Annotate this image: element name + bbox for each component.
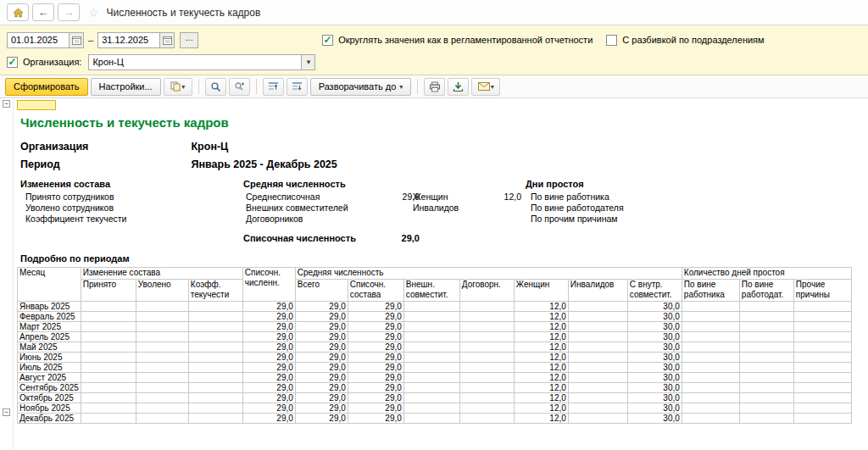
value-cell[interactable] [188, 353, 242, 363]
month-cell[interactable]: Сентябрь 2025 [18, 383, 81, 393]
value-cell[interactable] [568, 302, 627, 312]
print-button[interactable] [424, 78, 445, 96]
value-cell[interactable] [739, 342, 793, 353]
value-cell[interactable]: 29,0 [295, 353, 348, 363]
value-cell[interactable] [81, 414, 136, 424]
value-cell[interactable]: 29,0 [242, 312, 295, 322]
value-cell[interactable] [403, 312, 459, 322]
value-cell[interactable] [403, 353, 459, 363]
value-cell[interactable]: 29,0 [242, 332, 295, 342]
value-cell[interactable] [81, 342, 136, 353]
value-cell[interactable]: 12,0 [514, 322, 568, 332]
value-cell[interactable] [136, 353, 188, 363]
value-cell[interactable] [81, 373, 136, 383]
value-cell[interactable] [459, 383, 514, 393]
value-cell[interactable] [739, 302, 793, 312]
month-cell[interactable]: Март 2025 [18, 322, 81, 332]
value-cell[interactable]: 29,0 [242, 353, 295, 363]
value-cell[interactable] [459, 403, 514, 414]
export-button[interactable] [448, 78, 469, 96]
value-cell[interactable]: 30,0 [627, 383, 682, 393]
month-cell[interactable]: Май 2025 [18, 342, 81, 353]
value-cell[interactable] [188, 403, 242, 414]
value-cell[interactable]: 12,0 [514, 403, 568, 414]
month-cell[interactable]: Ноябрь 2025 [18, 403, 81, 414]
value-cell[interactable] [188, 332, 242, 342]
value-cell[interactable]: 12,0 [514, 312, 568, 322]
value-cell[interactable] [568, 342, 627, 353]
value-cell[interactable] [793, 383, 851, 393]
table-row[interactable]: Май 202529,029,029,012,030,0 [18, 342, 852, 353]
value-cell[interactable] [793, 322, 851, 332]
collapse-group-marker[interactable]: − [3, 100, 10, 108]
value-cell[interactable] [682, 322, 739, 332]
value-cell[interactable] [81, 302, 136, 312]
value-cell[interactable] [739, 393, 793, 403]
value-cell[interactable] [459, 393, 514, 403]
month-cell[interactable]: Октябрь 2025 [18, 393, 81, 403]
value-cell[interactable] [403, 383, 459, 393]
value-cell[interactable] [403, 403, 459, 414]
value-cell[interactable] [136, 373, 188, 383]
value-cell[interactable] [136, 393, 188, 403]
expand-groups-button[interactable] [287, 78, 308, 96]
value-cell[interactable] [793, 373, 851, 383]
value-cell[interactable] [403, 393, 459, 403]
value-cell[interactable] [81, 312, 136, 322]
value-cell[interactable]: 29,0 [348, 414, 403, 424]
value-cell[interactable] [136, 363, 188, 373]
value-cell[interactable]: 30,0 [627, 373, 682, 383]
table-row[interactable]: Август 202529,029,029,012,030,0 [18, 373, 852, 383]
value-cell[interactable]: 29,0 [242, 414, 295, 424]
search-next-button[interactable] [229, 78, 250, 96]
value-cell[interactable] [568, 373, 627, 383]
value-cell[interactable] [793, 342, 851, 353]
settings-button[interactable]: Настройки... [91, 78, 161, 96]
value-cell[interactable] [136, 332, 188, 342]
home-button[interactable] [7, 3, 29, 21]
value-cell[interactable]: 29,0 [242, 403, 295, 414]
value-cell[interactable] [739, 363, 793, 373]
collapse-group-marker[interactable]: − [3, 408, 10, 416]
value-cell[interactable] [682, 302, 739, 312]
value-cell[interactable]: 29,0 [348, 363, 403, 373]
value-cell[interactable] [568, 363, 627, 373]
date-to-calendar-button[interactable] [160, 32, 175, 48]
value-cell[interactable]: 30,0 [627, 403, 682, 414]
value-cell[interactable] [81, 332, 136, 342]
value-cell[interactable] [793, 353, 851, 363]
value-cell[interactable]: 29,0 [295, 302, 348, 312]
value-cell[interactable] [459, 373, 514, 383]
value-cell[interactable]: 29,0 [348, 322, 403, 332]
table-row[interactable]: Июнь 202529,029,029,012,030,0 [18, 353, 852, 363]
table-row[interactable]: Июль 202529,029,029,012,030,0 [18, 363, 852, 373]
value-cell[interactable]: 12,0 [514, 414, 568, 424]
value-cell[interactable] [81, 383, 136, 393]
month-cell[interactable]: Июнь 2025 [18, 353, 81, 363]
value-cell[interactable]: 12,0 [514, 363, 568, 373]
date-from-calendar-button[interactable] [70, 32, 84, 48]
value-cell[interactable] [739, 414, 793, 424]
report-variants-button[interactable]: ▾ [164, 78, 192, 96]
month-cell[interactable]: Январь 2025 [18, 302, 81, 312]
value-cell[interactable]: 30,0 [627, 363, 682, 373]
value-cell[interactable] [793, 312, 851, 322]
value-cell[interactable]: 29,0 [242, 363, 295, 373]
value-cell[interactable] [188, 322, 242, 332]
value-cell[interactable]: 29,0 [348, 373, 403, 383]
value-cell[interactable]: 12,0 [514, 302, 568, 312]
value-cell[interactable] [81, 393, 136, 403]
value-cell[interactable]: 12,0 [514, 342, 568, 353]
month-cell[interactable]: Август 2025 [18, 373, 81, 383]
value-cell[interactable] [682, 383, 739, 393]
value-cell[interactable] [568, 403, 627, 414]
month-cell[interactable]: Июль 2025 [18, 363, 81, 373]
value-cell[interactable] [739, 353, 793, 363]
value-cell[interactable] [81, 403, 136, 414]
value-cell[interactable] [136, 383, 188, 393]
table-row[interactable]: Октябрь 202529,029,029,012,030,0 [18, 393, 852, 403]
value-cell[interactable] [188, 373, 242, 383]
value-cell[interactable] [793, 393, 851, 403]
expand-to-button[interactable]: Разворачивать до ▾ [310, 78, 412, 96]
value-cell[interactable] [403, 373, 459, 383]
